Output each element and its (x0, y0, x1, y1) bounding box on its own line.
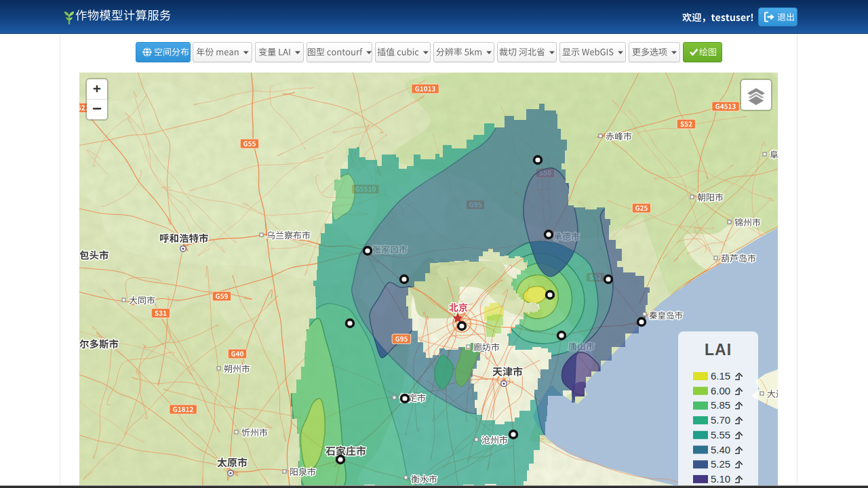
svg-text:5.25: 5.25 (711, 458, 730, 470)
svg-text:6.15: 6.15 (711, 370, 730, 382)
svg-text:5.10: 5.10 (711, 473, 730, 485)
svg-text:5.85: 5.85 (711, 399, 730, 411)
svg-text:5.55: 5.55 (711, 429, 730, 441)
svg-text:6.00: 6.00 (711, 385, 730, 396)
svg-text:5.70: 5.70 (711, 414, 730, 426)
svg-text:5.40: 5.40 (711, 444, 730, 455)
